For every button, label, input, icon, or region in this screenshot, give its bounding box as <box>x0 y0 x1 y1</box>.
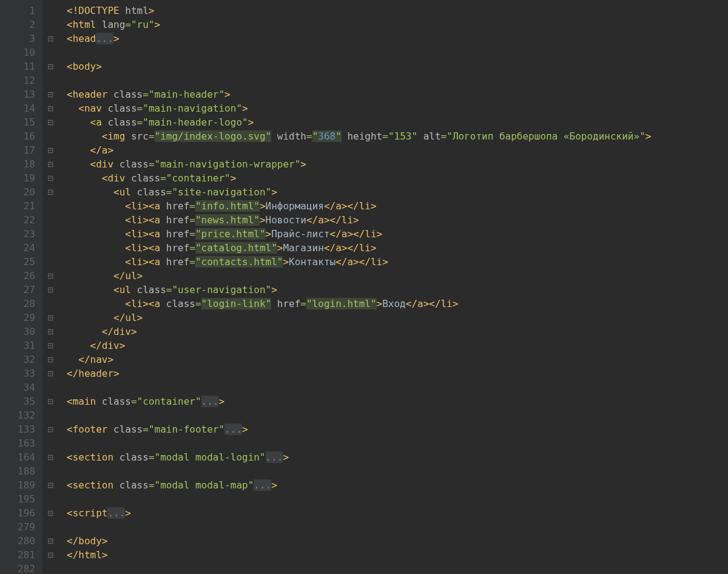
code-line: <a class="main-header-logo"> <box>67 115 728 129</box>
fold-spacer <box>46 199 55 213</box>
fold-toggle-icon[interactable]: ⊟ <box>46 422 55 436</box>
line-number: 14 <box>0 101 35 115</box>
code-line: <head...> <box>67 32 728 46</box>
line-number: 17 <box>0 143 35 157</box>
fold-toggle-icon[interactable]: ⊟ <box>46 59 55 73</box>
line-number: 188 <box>0 464 35 478</box>
code-line: <div class="main-navigation-wrapper"> <box>67 157 728 171</box>
line-number: 23 <box>0 227 35 241</box>
fold-spacer <box>46 18 55 32</box>
code-line: <ul class="site-navigation"> <box>67 185 728 199</box>
line-number: 29 <box>0 311 35 325</box>
fold-gutter: ⊟⊟⊟⊟⊟⊟⊟⊟⊟⊟⊟⊟⊟⊟⊟⊟⊟⊟⊟⊟⊟⊟⊟ <box>42 0 61 574</box>
fold-spacer <box>46 4 55 18</box>
fold-toggle-icon[interactable]: ⊟ <box>46 115 55 129</box>
fold-toggle-icon[interactable]: ⊟ <box>46 548 55 562</box>
line-number: 34 <box>0 380 35 394</box>
fold-spacer <box>46 73 55 87</box>
code-line: </header> <box>67 366 728 380</box>
line-number: 20 <box>0 185 35 199</box>
code-line <box>67 380 728 394</box>
code-line: </ul> <box>67 269 728 283</box>
fold-toggle-icon[interactable]: ⊟ <box>46 339 55 353</box>
line-number: 195 <box>0 492 35 506</box>
fold-toggle-icon[interactable]: ⊟ <box>46 366 55 380</box>
fold-toggle-icon[interactable]: ⊟ <box>46 185 55 199</box>
fold-toggle-icon[interactable]: ⊟ <box>46 32 55 46</box>
fold-toggle-icon[interactable]: ⊟ <box>46 394 55 408</box>
line-number: 32 <box>0 353 35 366</box>
code-editor: 1231011121314151617181920212223242526272… <box>0 0 728 574</box>
code-line: <nav class="main-navigation"> <box>67 101 728 115</box>
code-line: </html> <box>67 548 728 562</box>
fold-spacer <box>46 241 55 255</box>
line-number: 12 <box>0 73 35 87</box>
fold-spacer <box>46 380 55 394</box>
fold-spacer <box>46 227 55 241</box>
fold-spacer <box>46 436 55 450</box>
code-line: <body> <box>67 59 728 73</box>
fold-toggle-icon[interactable]: ⊟ <box>46 101 55 115</box>
line-number: 282 <box>0 562 35 574</box>
fold-spacer <box>46 297 55 311</box>
code-line: <img src="img/index-logo.svg" width="368… <box>67 129 728 143</box>
fold-spacer <box>46 562 55 574</box>
code-line: <script...> <box>67 506 728 520</box>
code-line: <header class="main-header"> <box>67 87 728 101</box>
fold-toggle-icon[interactable]: ⊟ <box>46 143 55 157</box>
line-number: 22 <box>0 213 35 227</box>
fold-spacer <box>46 129 55 143</box>
code-line <box>67 408 728 422</box>
fold-toggle-icon[interactable]: ⊟ <box>46 269 55 283</box>
code-line <box>67 464 728 478</box>
fold-spacer <box>46 46 55 59</box>
line-number: 31 <box>0 339 35 353</box>
fold-toggle-icon[interactable]: ⊟ <box>46 534 55 548</box>
code-line <box>67 492 728 506</box>
line-number: 280 <box>0 534 35 548</box>
line-number: 28 <box>0 297 35 311</box>
line-number: 26 <box>0 269 35 283</box>
line-number: 2 <box>0 18 35 32</box>
code-line: <main class="container"...> <box>67 394 728 408</box>
code-line <box>67 73 728 87</box>
fold-toggle-icon[interactable]: ⊟ <box>46 450 55 464</box>
line-number: 19 <box>0 171 35 185</box>
fold-spacer <box>46 255 55 269</box>
line-number: 27 <box>0 283 35 297</box>
code-line <box>67 562 728 574</box>
line-number: 10 <box>0 46 35 59</box>
line-number: 21 <box>0 199 35 213</box>
code-line <box>67 436 728 450</box>
line-number: 164 <box>0 450 35 464</box>
line-number: 33 <box>0 366 35 380</box>
line-number: 11 <box>0 59 35 73</box>
code-line: <section class="modal modal-login"...> <box>67 450 728 464</box>
code-line: </div> <box>67 339 728 353</box>
fold-toggle-icon[interactable]: ⊟ <box>46 171 55 185</box>
fold-toggle-icon[interactable]: ⊟ <box>46 283 55 297</box>
fold-spacer <box>46 408 55 422</box>
fold-toggle-icon[interactable]: ⊟ <box>46 325 55 339</box>
code-area[interactable]: <!DOCTYPE html><html lang="ru"><head...>… <box>61 0 728 574</box>
fold-toggle-icon[interactable]: ⊟ <box>46 478 55 492</box>
line-number-gutter: 1231011121314151617181920212223242526272… <box>0 0 42 574</box>
code-line: <html lang="ru"> <box>67 18 728 32</box>
code-line: </ul> <box>67 311 728 325</box>
line-number: 15 <box>0 115 35 129</box>
fold-toggle-icon[interactable]: ⊟ <box>46 87 55 101</box>
fold-toggle-icon[interactable]: ⊟ <box>46 157 55 171</box>
fold-toggle-icon[interactable]: ⊟ <box>46 311 55 325</box>
fold-toggle-icon[interactable]: ⊟ <box>46 506 55 520</box>
line-number: 25 <box>0 255 35 269</box>
line-number: 30 <box>0 325 35 339</box>
line-number: 35 <box>0 394 35 408</box>
line-number: 16 <box>0 129 35 143</box>
fold-spacer <box>46 213 55 227</box>
code-line: <div class="container"> <box>67 171 728 185</box>
fold-toggle-icon[interactable]: ⊟ <box>46 353 55 366</box>
code-line: <ul class="user-navigation"> <box>67 283 728 297</box>
code-line <box>67 46 728 59</box>
line-number: 163 <box>0 436 35 450</box>
line-number: 18 <box>0 157 35 171</box>
